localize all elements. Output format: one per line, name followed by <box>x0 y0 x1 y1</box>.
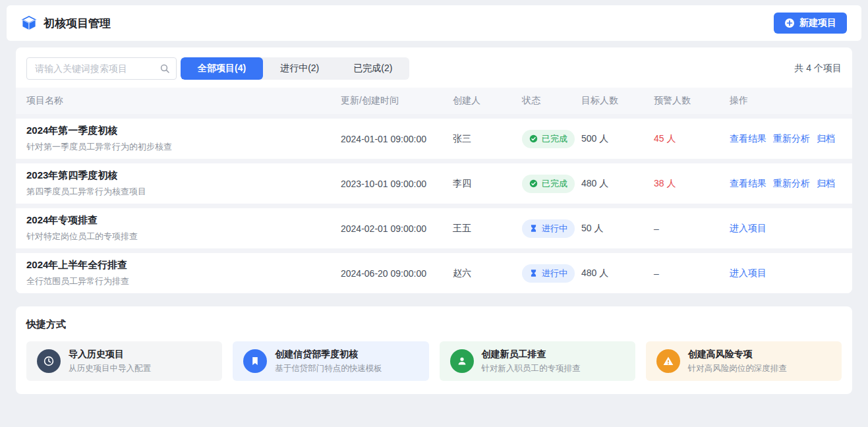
status-badge: 进行中 <box>522 264 575 283</box>
table-header: 项目名称 更新/创建时间 创建人 状态 目标人数 预警人数 操作 <box>16 88 852 114</box>
project-time: 2023-10-01 09:00:00 <box>341 179 453 189</box>
new-project-label: 新建项目 <box>799 17 836 29</box>
shortcut-desc: 针对高风险岗位的深度排查 <box>688 363 787 374</box>
page-title: 初核项目管理 <box>43 16 111 31</box>
target-count: 50 人 <box>581 223 654 235</box>
person-icon <box>450 349 474 373</box>
shortcut-desc: 从历史项目中导入配置 <box>69 363 151 374</box>
new-project-button[interactable]: 新建项目 <box>774 13 847 34</box>
project-creator: 赵六 <box>453 268 522 279</box>
target-count: 500 人 <box>581 133 654 145</box>
action-view-results[interactable]: 查看结果 <box>730 133 767 145</box>
project-name: 2023年第四季度初核 <box>26 169 341 182</box>
filter-tabs: 全部项目(4) 进行中(2) 已完成(2) <box>181 57 409 80</box>
project-count: 共 4 个项目 <box>794 63 842 74</box>
table-row: 2024年上半年全行排查 全行范围员工异常行为排查 2024-06-20 09:… <box>16 248 852 293</box>
plus-circle-icon <box>784 18 795 28</box>
project-name: 2024年专项排查 <box>26 214 341 227</box>
action-enter-project[interactable]: 进入项目 <box>730 268 767 279</box>
warning-count: 38 人 <box>654 178 730 190</box>
hourglass-icon <box>529 224 538 233</box>
project-creator: 王五 <box>453 223 522 235</box>
status-badge: 已完成 <box>522 130 575 148</box>
tab-all-projects[interactable]: 全部项目(4) <box>181 57 263 80</box>
cube-icon <box>21 15 37 31</box>
col-creator: 创建人 <box>453 95 522 107</box>
action-reanalyze[interactable]: 重新分析 <box>773 133 810 145</box>
action-archive[interactable]: 归档 <box>817 133 835 145</box>
project-creator: 张三 <box>453 133 522 145</box>
project-name: 2024年上半年全行排查 <box>26 259 341 271</box>
action-reanalyze[interactable]: 重新分析 <box>773 178 810 190</box>
warning-count: 45 人 <box>654 133 730 145</box>
shortcut-import-history[interactable]: 导入历史项目 从历史项目中导入配置 <box>26 341 222 381</box>
status-label: 进行中 <box>542 223 567 235</box>
tab-in-progress[interactable]: 进行中(2) <box>263 57 336 80</box>
shortcuts-title: 快捷方式 <box>26 318 842 331</box>
col-target-count: 目标人数 <box>581 95 654 107</box>
project-description: 针对特定岗位员工的专项排查 <box>26 231 341 242</box>
check-circle-icon <box>529 179 538 188</box>
col-actions: 操作 <box>730 95 842 107</box>
col-project-name: 项目名称 <box>26 95 341 107</box>
status-label: 已完成 <box>542 178 567 190</box>
shortcut-new-employee[interactable]: 创建新员工排查 针对新入职员工的专项排查 <box>440 341 635 381</box>
shortcut-desc: 基于信贷部门特点的快速模板 <box>275 363 382 374</box>
search-icon <box>159 63 170 74</box>
project-time: 2024-01-01 09:00:00 <box>341 134 453 144</box>
shortcut-desc: 针对新入职员工的专项排查 <box>482 363 581 374</box>
status-label: 已完成 <box>542 133 567 145</box>
col-warning-count: 预警人数 <box>654 95 730 107</box>
shortcuts-card: 快捷方式 导入历史项目 从历史项目中导入配置 创建信贷部季度初核 <box>16 306 852 394</box>
shortcut-high-risk[interactable]: 创建高风险专项 针对高风险岗位的深度排查 <box>646 341 842 381</box>
target-count: 480 人 <box>581 178 654 190</box>
action-archive[interactable]: 归档 <box>817 178 835 190</box>
project-description: 针对第一季度员工异常行为的初步核查 <box>26 141 341 153</box>
top-bar: 初核项目管理 新建项目 <box>7 5 861 41</box>
warning-count: – <box>654 223 730 234</box>
hourglass-icon <box>529 269 538 277</box>
project-name: 2024年第一季度初核 <box>26 125 341 137</box>
project-time: 2024-02-01 09:00:00 <box>341 223 453 234</box>
project-description: 第四季度员工异常行为核查项目 <box>26 186 341 198</box>
shortcut-title: 创建信贷部季度初核 <box>275 349 382 360</box>
table-row: 2024年第一季度初核 针对第一季度员工异常行为的初步核查 2024-01-01… <box>16 114 852 159</box>
clock-icon <box>37 349 61 373</box>
shortcut-credit-quarterly[interactable]: 创建信贷部季度初核 基于信贷部门特点的快速模板 <box>233 341 428 381</box>
status-label: 进行中 <box>542 268 567 279</box>
tab-completed[interactable]: 已完成(2) <box>336 57 409 80</box>
target-count: 480 人 <box>581 268 654 279</box>
status-badge: 进行中 <box>522 219 575 238</box>
warning-triangle-icon <box>656 349 680 373</box>
status-badge: 已完成 <box>522 175 575 193</box>
bookmark-icon <box>243 349 267 373</box>
col-update-time: 更新/创建时间 <box>341 95 453 107</box>
toolbar: 全部项目(4) 进行中(2) 已完成(2) 共 4 个项目 <box>16 47 852 88</box>
project-creator: 李四 <box>453 178 522 190</box>
table-row: 2024年专项排查 针对特定岗位员工的专项排查 2024-02-01 09:00… <box>16 204 852 248</box>
project-list-card: 全部项目(4) 进行中(2) 已完成(2) 共 4 个项目 项目名称 更新/创建… <box>16 47 852 293</box>
shortcut-title: 创建新员工排查 <box>482 349 581 360</box>
table-row: 2023年第四季度初核 第四季度员工异常行为核查项目 2023-10-01 09… <box>16 159 852 204</box>
shortcut-title: 创建高风险专项 <box>688 349 787 360</box>
search-box <box>26 57 177 80</box>
col-status: 状态 <box>522 95 581 107</box>
check-circle-icon <box>529 134 538 143</box>
project-description: 全行范围员工异常行为排查 <box>26 275 341 287</box>
warning-count: – <box>654 268 730 279</box>
project-time: 2024-06-20 09:00:00 <box>341 268 453 279</box>
action-enter-project[interactable]: 进入项目 <box>730 223 767 235</box>
action-view-results[interactable]: 查看结果 <box>730 178 767 190</box>
search-input[interactable] <box>26 57 177 80</box>
shortcut-title: 导入历史项目 <box>69 349 151 360</box>
